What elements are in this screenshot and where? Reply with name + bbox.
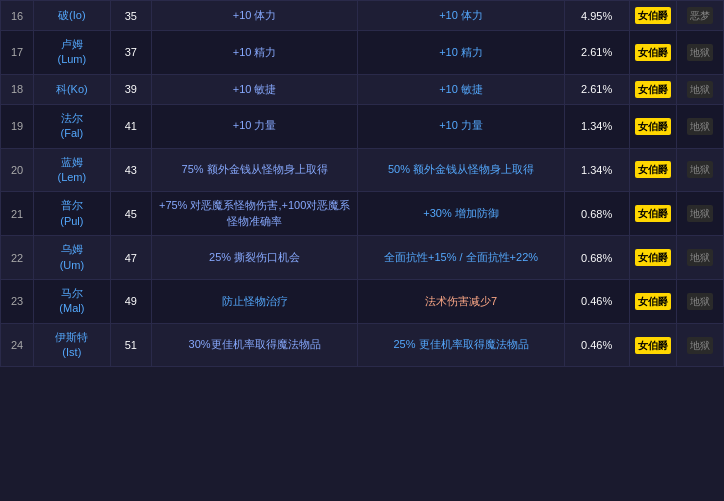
rune-level: 41 [110,104,151,148]
rune-percentage: 0.68% [564,192,629,236]
rune-level: 47 [110,236,151,280]
rune-level: 37 [110,31,151,75]
rune-effect1: +10 体力 [151,1,357,31]
rune-percentage: 4.95% [564,1,629,31]
rune-name: 普尔(Pul) [34,192,111,236]
rune-effect2: 50% 额外金钱从怪物身上取得 [358,148,564,192]
row-number: 17 [1,31,34,75]
rune-effect1: +75% 对恶魔系怪物伤害,+100对恶魔系怪物准确率 [151,192,357,236]
rune-badge2: 地狱 [676,31,723,75]
rune-effect2: +10 力量 [358,104,564,148]
table-row: 18科(Ko)39+10 敏捷+10 敏捷2.61%女伯爵地狱 [1,74,724,104]
rune-name: 伊斯特(Ist) [34,323,111,367]
row-number: 18 [1,74,34,104]
rune-percentage: 0.46% [564,323,629,367]
rune-badge1: 女伯爵 [629,31,676,75]
rune-effect1: 防止怪物治疗 [151,279,357,323]
rune-effect1: +10 精力 [151,31,357,75]
rune-name: 破(Io) [34,1,111,31]
rune-effect1: 30%更佳机率取得魔法物品 [151,323,357,367]
rune-level: 35 [110,1,151,31]
rune-badge2: 地狱 [676,236,723,280]
rune-badge1: 女伯爵 [629,236,676,280]
rune-effect2: 25% 更佳机率取得魔法物品 [358,323,564,367]
row-number: 24 [1,323,34,367]
table-row: 16破(Io)35+10 体力+10 体力4.95%女伯爵恶梦 [1,1,724,31]
rune-effect2: 全面抗性+15% / 全面抗性+22% [358,236,564,280]
row-number: 23 [1,279,34,323]
rune-percentage: 0.46% [564,279,629,323]
rune-percentage: 2.61% [564,74,629,104]
rune-percentage: 1.34% [564,148,629,192]
rune-level: 45 [110,192,151,236]
rune-effect2: 法术伤害减少7 [358,279,564,323]
rune-badge1: 女伯爵 [629,104,676,148]
rune-badge2: 地狱 [676,192,723,236]
rune-level: 51 [110,323,151,367]
rune-effect2: +10 敏捷 [358,74,564,104]
rune-badge2: 地狱 [676,148,723,192]
rune-level: 49 [110,279,151,323]
rune-badge2: 地狱 [676,104,723,148]
rune-level: 39 [110,74,151,104]
table-row: 20蓝姆(Lem)4375% 额外金钱从怪物身上取得50% 额外金钱从怪物身上取… [1,148,724,192]
rune-effect2: +30% 增加防御 [358,192,564,236]
rune-name: 乌姆(Um) [34,236,111,280]
rune-effect2: +10 精力 [358,31,564,75]
rune-percentage: 2.61% [564,31,629,75]
rune-percentage: 0.68% [564,236,629,280]
rune-effect1: 25% 撕裂伤口机会 [151,236,357,280]
table-row: 22乌姆(Um)4725% 撕裂伤口机会全面抗性+15% / 全面抗性+22%0… [1,236,724,280]
rune-name: 卢姆(Lum) [34,31,111,75]
rune-badge1: 女伯爵 [629,74,676,104]
row-number: 22 [1,236,34,280]
row-number: 21 [1,192,34,236]
rune-badge1: 女伯爵 [629,323,676,367]
rune-badge1: 女伯爵 [629,192,676,236]
rune-level: 43 [110,148,151,192]
rune-badge2: 恶梦 [676,1,723,31]
rune-effect1: 75% 额外金钱从怪物身上取得 [151,148,357,192]
table-row: 21普尔(Pul)45+75% 对恶魔系怪物伤害,+100对恶魔系怪物准确率+3… [1,192,724,236]
rune-name: 马尔(Mal) [34,279,111,323]
rune-effect1: +10 力量 [151,104,357,148]
table-row: 23马尔(Mal)49防止怪物治疗法术伤害减少70.46%女伯爵地狱 [1,279,724,323]
row-number: 20 [1,148,34,192]
rune-name: 蓝姆(Lem) [34,148,111,192]
table-row: 24伊斯特(Ist)5130%更佳机率取得魔法物品25% 更佳机率取得魔法物品0… [1,323,724,367]
rune-badge2: 地狱 [676,74,723,104]
row-number: 16 [1,1,34,31]
rune-badge1: 女伯爵 [629,1,676,31]
rune-name: 法尔(Fal) [34,104,111,148]
rune-name: 科(Ko) [34,74,111,104]
rune-effect1: +10 敏捷 [151,74,357,104]
rune-effect2: +10 体力 [358,1,564,31]
rune-badge2: 地狱 [676,323,723,367]
rune-badge2: 地狱 [676,279,723,323]
rune-table: 16破(Io)35+10 体力+10 体力4.95%女伯爵恶梦17卢姆(Lum)… [0,0,724,367]
rune-badge1: 女伯爵 [629,279,676,323]
row-number: 19 [1,104,34,148]
rune-badge1: 女伯爵 [629,148,676,192]
table-row: 19法尔(Fal)41+10 力量+10 力量1.34%女伯爵地狱 [1,104,724,148]
table-row: 17卢姆(Lum)37+10 精力+10 精力2.61%女伯爵地狱 [1,31,724,75]
rune-percentage: 1.34% [564,104,629,148]
